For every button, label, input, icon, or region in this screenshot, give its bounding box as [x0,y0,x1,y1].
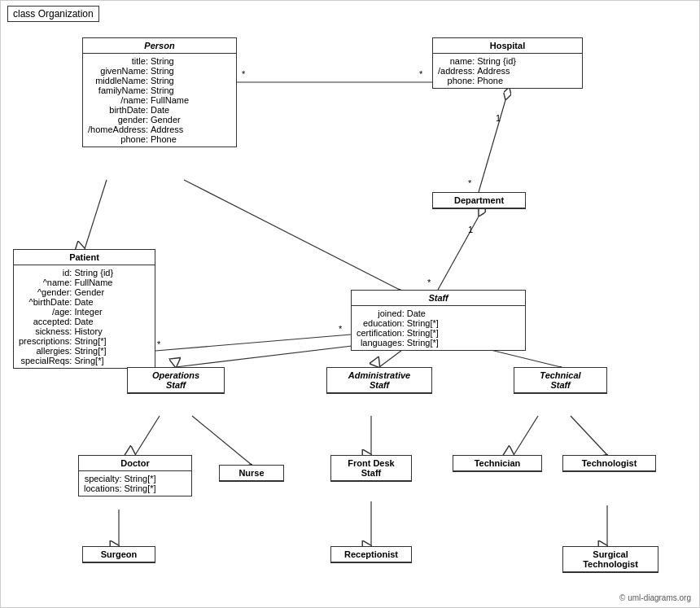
svg-text:1: 1 [496,113,501,123]
svg-text:*: * [242,69,246,79]
class-surgeon: Surgeon [82,546,155,563]
class-technical-staff: TechnicalStaff [514,367,607,394]
class-technologist: Technologist [562,455,656,472]
class-front-desk-staff-title: Front DeskStaff [331,456,411,481]
class-nurse: Nurse [219,465,284,482]
class-front-desk-staff: Front DeskStaff [330,455,412,482]
class-staff-title: Staff [352,291,525,306]
class-person-title: Person [83,38,236,54]
class-department: Department [432,192,526,209]
svg-line-8 [438,217,479,290]
svg-line-13 [155,335,351,351]
class-technician-title: Technician [453,456,541,471]
class-hospital-title: Hospital [433,38,582,54]
svg-line-22 [514,416,538,455]
svg-line-11 [85,180,107,249]
svg-line-16 [176,343,379,367]
diagram-container: class Organization * * 1 * [0,0,700,608]
class-doctor-title: Doctor [79,456,191,471]
class-staff-body: joined:Date education:String[*] certific… [352,306,525,350]
class-operations-staff: OperationsStaff [127,367,225,394]
diagram-title: class Organization [7,6,99,22]
class-doctor: Doctor specialty:String[*] locations:Str… [78,455,192,496]
svg-text:1: 1 [468,225,473,234]
svg-line-23 [571,416,607,455]
svg-line-5 [479,100,505,192]
class-patient-body: id:String {id} ^name:FullName ^gender:Ge… [14,265,155,368]
class-department-title: Department [433,193,525,208]
class-nurse-title: Nurse [220,466,283,481]
svg-text:*: * [468,178,472,188]
class-receptionist: Receptionist [330,546,412,563]
svg-text:*: * [427,278,431,287]
class-technical-staff-title: TechnicalStaff [514,368,606,393]
svg-line-19 [135,416,160,455]
class-surgical-technologist: SurgicalTechnologist [562,546,658,573]
class-hospital: Hospital name:String {id} /address:Addre… [432,37,583,89]
class-doctor-body: specialty:String[*] locations:String[*] [79,471,191,496]
copyright: © uml-diagrams.org [619,593,691,602]
class-hospital-body: name:String {id} /address:Address phone:… [433,54,582,88]
class-patient: Patient id:String {id} ^name:FullName ^g… [13,249,155,369]
class-administrative-staff: AdministrativeStaff [326,367,432,394]
class-staff: Staff joined:Date education:String[*] ce… [351,290,526,351]
svg-line-20 [192,416,252,465]
class-surgical-technologist-title: SurgicalTechnologist [563,547,658,572]
class-person-body: title:String givenName:String middleName… [83,54,236,147]
class-technologist-title: Technologist [563,456,655,471]
class-operations-staff-title: OperationsStaff [128,368,224,393]
class-technician: Technician [453,455,542,472]
svg-text:*: * [157,339,161,349]
svg-line-12 [184,180,400,290]
class-receptionist-title: Receptionist [331,547,411,562]
class-patient-title: Patient [14,250,155,265]
svg-text:*: * [419,69,423,79]
class-administrative-staff-title: AdministrativeStaff [327,368,431,393]
class-person: Person title:String givenName:String mid… [82,37,237,147]
class-surgeon-title: Surgeon [83,547,155,562]
svg-text:*: * [339,324,343,334]
